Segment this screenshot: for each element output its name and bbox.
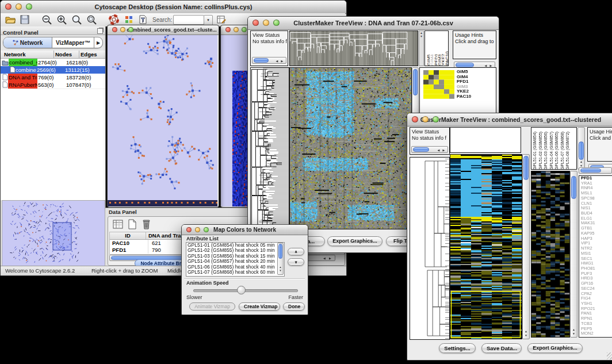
select-attributes-icon[interactable] (113, 219, 123, 229)
array-label[interactable]: GPL51-04 (GSM857) (549, 128, 555, 170)
scroll-up-icon[interactable]: ▲ (578, 160, 584, 163)
close-icon[interactable] (412, 116, 418, 122)
network-row-selected[interactable]: combined_sco 2569(6) 13112(15) (1, 66, 105, 74)
attribute-item[interactable]: GPL51-07 (GSM868) heat shock 60 min (186, 270, 284, 275)
scroll-down-icon[interactable]: ▼ (523, 334, 529, 337)
scroll-right-icon[interactable]: ▶ (442, 148, 446, 152)
view-status-hscrollbar[interactable]: ◀ ▶ (411, 146, 448, 153)
network-table-header[interactable]: Network Nodes Edges (1, 51, 105, 59)
resize-grip[interactable] (607, 352, 612, 359)
scroll-down-icon[interactable]: ▼ (571, 332, 577, 335)
close-icon[interactable] (253, 20, 259, 26)
minimize-icon[interactable] (263, 20, 269, 26)
selection-heatmap[interactable] (423, 70, 454, 99)
new-attribute-icon[interactable] (128, 219, 137, 229)
move-up-button[interactable]: ∧ (288, 248, 304, 255)
array-label[interactable]: PAC10 (445, 32, 448, 66)
tab-overflow-button[interactable]: ▶ (94, 37, 102, 48)
scroll-down-icon[interactable]: ▼ (278, 269, 283, 273)
gene-dendrogram-panel[interactable] (250, 67, 289, 229)
array-label[interactable]: YKE2 (441, 32, 444, 66)
array-label[interactable]: GPL51-01 (GSM854) (533, 128, 538, 170)
scroll-up-icon[interactable]: ▲ (571, 328, 577, 331)
array-labels-vscrollbar[interactable]: ▲ ▼ (577, 127, 585, 170)
heatmap-panel[interactable] (289, 67, 412, 229)
dialog-titlebar[interactable]: Map Colors to Network (182, 225, 308, 235)
tab-vizmapper[interactable]: VizMapper™ (52, 37, 94, 48)
attribute-list-vscrollbar[interactable]: ▲ ▼ (277, 243, 284, 275)
column-dendrogram-panel[interactable] (289, 30, 418, 66)
birdseye-view[interactable] (2, 200, 105, 266)
save-icon[interactable] (20, 15, 29, 24)
trash-icon[interactable] (141, 219, 151, 229)
search-input[interactable] (173, 15, 204, 25)
export-graphics-button[interactable]: Export Graphics... (327, 236, 382, 246)
create-vizmap-button[interactable]: Create Vizmap (239, 302, 280, 311)
zoom-window-icon[interactable] (128, 27, 133, 32)
network-view-canvas[interactable] (108, 35, 217, 206)
tab-network[interactable]: Network (3, 37, 52, 48)
close-icon[interactable] (5, 3, 12, 10)
view-status-hscrollbar[interactable]: ◀ ▶ (252, 57, 286, 64)
gene-dendrogram-panel[interactable] (410, 157, 450, 340)
speed-slider-knob[interactable] (237, 286, 246, 294)
zoom-window-icon[interactable] (26, 3, 32, 10)
close-icon[interactable] (112, 27, 117, 32)
treeview2-titlebar[interactable]: ClusterMaker TreeView : combined_scores_… (407, 113, 612, 127)
array-label[interactable]: GPL51-07 (GSM868) (560, 128, 566, 170)
scroll-right-icon[interactable]: ▶ (328, 256, 332, 260)
gene-label[interactable]: MON2 (581, 331, 612, 336)
gene-list-vscrollbar[interactable]: ▲ ▼ (570, 171, 577, 338)
zoom-window-icon[interactable] (204, 227, 209, 232)
zoom-out-icon[interactable] (42, 15, 52, 25)
scroll-left-icon[interactable]: ◀ (322, 256, 327, 260)
zoom-window-icon[interactable] (433, 116, 439, 122)
network-row[interactable]: combined_scores 2764(0) 16218(0) (1, 59, 105, 66)
array-label[interactable]: GPL51-06 (GSM865) (554, 128, 560, 170)
minimize-icon[interactable] (195, 227, 200, 232)
minimize-icon[interactable] (120, 27, 125, 32)
zoom-window-icon[interactable] (273, 20, 280, 26)
minimize-icon[interactable] (422, 116, 429, 122)
help-icon[interactable] (109, 14, 119, 25)
minimize-icon[interactable] (234, 27, 239, 32)
filter-icon[interactable] (139, 15, 147, 24)
treeview1-titlebar[interactable]: ClusterMaker TreeView : DNA and Tran 07-… (248, 17, 499, 30)
zoom-fit-icon[interactable] (72, 15, 82, 25)
gene-list-hscrollbar[interactable] (579, 167, 612, 174)
selection-heatmap-panel[interactable] (531, 171, 570, 338)
array-label[interactable]: GPL51-08 (GSM872) (565, 128, 571, 170)
zoom-in-icon[interactable] (57, 15, 67, 25)
zoom-selected-icon[interactable] (87, 15, 97, 25)
float-panel-icon[interactable] (97, 28, 103, 34)
attribute-grid-icon[interactable] (125, 16, 133, 24)
speed-slider-track[interactable] (193, 289, 298, 292)
done-button[interactable]: Done (283, 302, 305, 311)
scroll-down-icon[interactable]: ▼ (419, 35, 423, 38)
network-row[interactable]: DNA and Tran 07 769(0) 183728(0) (1, 74, 105, 81)
scroll-left-icon[interactable]: ◀ (437, 148, 441, 152)
attribute-listbox[interactable]: GPL51-01 (GSM854) heat shock 05 minGPL51… (186, 242, 285, 277)
network-row[interactable]: RNAPuberNov2+! 563(0) 107847(0) (1, 81, 105, 89)
cytoscape-titlebar[interactable]: Cytoscape Desktop (Session Name: collins… (1, 1, 346, 14)
settings-button[interactable]: Settings... (439, 343, 476, 353)
column-dendrogram-panel[interactable] (450, 127, 521, 153)
save-data-button[interactable]: Save Data... (481, 343, 522, 353)
column-header-id[interactable]: ID (110, 232, 146, 239)
move-down-button[interactable]: ∨ (288, 258, 304, 266)
scroll-right-icon[interactable]: ▶ (280, 59, 284, 63)
gene-label[interactable]: PAC10 (457, 94, 471, 99)
array-label[interactable]: GIM4 (430, 32, 433, 66)
minimize-icon[interactable] (16, 3, 22, 10)
array-label[interactable]: GPL51-03 (GSM856) (544, 128, 549, 170)
heatmap-vscrollbar[interactable]: ▲ ▼ (522, 154, 530, 339)
export-graphics-button[interactable]: Export Graphics... (527, 343, 583, 353)
array-label[interactable]: GPL51-02 (GSM855) (538, 128, 544, 170)
close-icon[interactable] (186, 227, 192, 232)
scroll-up-icon[interactable]: ▲ (523, 329, 529, 333)
annotation-table-icon[interactable] (217, 15, 226, 24)
close-icon[interactable] (225, 27, 231, 32)
zoom-window-icon[interactable] (242, 27, 247, 32)
heatmap-panel[interactable] (450, 154, 522, 339)
scroll-left-icon[interactable]: ◀ (275, 59, 279, 63)
